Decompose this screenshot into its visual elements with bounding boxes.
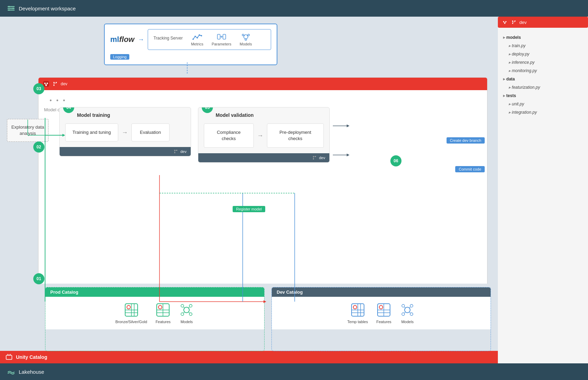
arrow-training: → [122, 129, 128, 136]
step-03-badge: 03 [33, 83, 44, 94]
training-content: Training and tuning → Evaluation [60, 121, 191, 147]
dev-features-icon [376, 302, 391, 318]
branch-icon-panel [511, 19, 517, 25]
eda-box: Exploratory data analysis [7, 119, 49, 142]
svg-point-36 [46, 83, 48, 84]
svg-point-19 [194, 36, 196, 37]
validation-content: Compliance checks → Pre-deployment check… [198, 121, 329, 153]
dev-catalog-header: Dev Catalog [272, 287, 491, 297]
parameters-item: Parameters [211, 33, 231, 46]
prod-catalog-content: Bronze/Silver/Gold Features [45, 297, 264, 329]
svg-point-17 [512, 23, 513, 24]
svg-point-83 [410, 304, 413, 307]
integration-file: integration.py [509, 108, 583, 116]
svg-point-57 [158, 305, 162, 309]
dots-decoration: • • • [44, 94, 482, 107]
evaluation-box: Evaluation [131, 123, 170, 141]
branch-footer-icon-2 [312, 155, 317, 160]
register-model-label: Register model [233, 206, 265, 212]
train-file: train.py [509, 42, 583, 50]
pre-deployment-checks-box: Pre-deployment checks [267, 123, 324, 148]
svg-point-71 [353, 305, 357, 309]
mlflow-logo: mlflow [110, 35, 135, 44]
model-training-title: Model training [60, 107, 191, 121]
dev-workspace-container: dev • • • Model deployment 04 Model trai… [38, 77, 487, 287]
svg-rect-24 [223, 34, 226, 39]
dev-features-item: Features [376, 302, 391, 324]
commit-code-container: Commit code [455, 166, 485, 172]
dev-temp-item: Temp tables [347, 302, 368, 324]
svg-point-77 [379, 305, 383, 309]
featurization-file: featurization.py [509, 83, 583, 92]
svg-point-51 [127, 305, 130, 309]
dev-models-icon [400, 302, 415, 318]
dev-catalog-content: Temp tables Features [272, 297, 491, 329]
branch-footer-icon-1 [173, 149, 178, 154]
models-folder: models [503, 33, 583, 42]
dev-catalog-box: Dev Catalog Temp tables [271, 287, 491, 351]
commit-code-label: Commit code [455, 166, 485, 172]
prod-models-icon [179, 302, 194, 318]
svg-point-62 [181, 304, 184, 307]
dev-workspace-header: dev [38, 78, 487, 90]
training-tuning-box: Training and tuning [65, 123, 118, 141]
top-bar: Development workspace [0, 0, 588, 17]
step-06-badge: 06 [390, 155, 401, 166]
git-panel: dev models train.py deploy.py inference.… [498, 17, 588, 363]
model-validation-section: 05 Model validation Compliance checks → … [198, 107, 330, 163]
create-dev-branch-container: Create dev branch [447, 137, 485, 144]
compliance-checks-box: Compliance checks [204, 123, 254, 148]
svg-point-82 [402, 304, 405, 307]
git-panel-header: dev [498, 17, 588, 28]
svg-point-64 [181, 313, 184, 316]
svg-point-22 [201, 35, 202, 36]
workspace-title: Development workspace [19, 6, 76, 11]
svg-point-10 [503, 21, 504, 22]
git-panel-branch-label: dev [519, 20, 527, 25]
prod-features-item: Features [155, 302, 171, 324]
unity-catalog-title: Unity Catalog [16, 354, 47, 360]
svg-point-28 [242, 34, 244, 36]
mlflow-box: mlflow → Tracking Server [104, 24, 277, 65]
svg-point-12 [504, 23, 505, 24]
prod-features-icon [155, 302, 171, 318]
svg-point-20 [197, 37, 198, 38]
lakehouse-title: Lakehouse [19, 369, 44, 375]
svg-point-0 [8, 6, 10, 7]
svg-point-35 [44, 83, 46, 84]
deploy-file: deploy.py [509, 50, 583, 58]
tracking-server-box: Tracking Server Metrics [148, 29, 271, 50]
training-footer: dev [60, 147, 191, 156]
prod-models-item: Models [179, 302, 194, 324]
metrics-item: Metrics [191, 33, 203, 46]
svg-point-21 [199, 34, 200, 36]
mlflow-arrow-icon: → [138, 36, 144, 43]
svg-point-43 [174, 150, 175, 151]
svg-point-45 [174, 152, 175, 153]
svg-point-1 [12, 8, 14, 9]
svg-point-48 [313, 158, 314, 159]
svg-point-15 [512, 20, 513, 21]
bottom-bar: Lakehouse [0, 363, 588, 380]
logging-badge-container: Logging [110, 53, 271, 60]
catalog-area: Unity Catalog Prod Catalog Bronze/Silver… [0, 284, 498, 363]
svg-point-18 [192, 38, 194, 40]
models-item: Models [240, 33, 252, 46]
mlflow-header: mlflow → Tracking Server [110, 29, 271, 50]
catalogs-row: Prod Catalog Bronze/Silver/Gold [45, 287, 491, 351]
file-tree: models train.py deploy.py inference.py m… [503, 33, 583, 116]
workspace-icon [7, 4, 15, 12]
parameters-icon [217, 33, 226, 41]
unity-catalog-icon [6, 354, 12, 361]
logging-badge: Logging [110, 54, 129, 60]
svg-point-27 [244, 35, 248, 39]
prod-catalog-header: Prod Catalog [45, 287, 264, 297]
step-01-badge: 01 [33, 273, 44, 284]
svg-point-16 [514, 20, 516, 21]
metrics-icon [192, 33, 202, 41]
model-validation-title: Model validation [198, 107, 329, 121]
git-diamond-icon [501, 19, 508, 26]
svg-point-84 [402, 313, 405, 316]
svg-point-63 [189, 304, 192, 307]
arrow-validation: → [257, 132, 263, 139]
